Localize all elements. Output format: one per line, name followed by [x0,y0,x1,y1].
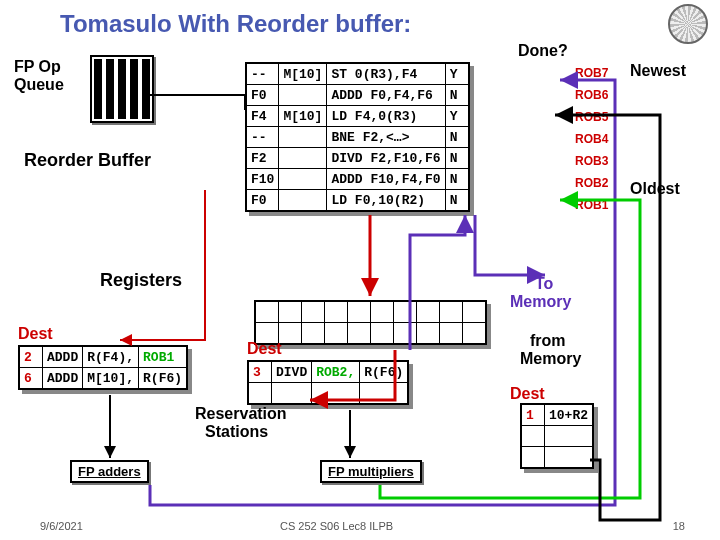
rob-row: --M[10]ST 0(R3),F4Y [246,63,469,85]
to-memory-label-2: Memory [510,293,571,311]
rob-id-column: ROB7 ROB6 ROB5 ROB4 ROB3 ROB2 ROB1 [575,62,608,216]
rob-row: --BNE F2,<…>N [246,127,469,148]
rob-row: F2DIVD F2,F10,F6N [246,148,469,169]
fp-adders-unit: FP adders [70,460,149,483]
dest-mem-label: Dest [510,385,545,403]
fp-op-queue [90,55,154,123]
page-title: Tomasulo With Reorder buffer: [60,10,411,38]
registers-heading: Registers [100,270,182,291]
mult-rs-table: 3DIVDROB2,R(F6) [247,360,409,405]
oldest-label: Oldest [630,180,680,198]
reorder-buffer-heading: Reorder Buffer [24,150,151,171]
reservation-label: Reservation [195,405,287,423]
seal-icon [668,4,708,44]
register-file-table [254,300,487,345]
adders-rs-table: 2ADDDR(F4),ROB1 6ADDDM[10],R(F6) [18,345,188,390]
reorder-buffer-table: --M[10]ST 0(R3),F4Y F0ADDD F0,F4,F6N F4M… [245,62,470,212]
footer-course: CS 252 S06 Lec8 ILPB [280,520,393,532]
newest-label: Newest [630,62,686,80]
done-label: Done? [518,42,568,60]
fp-multipliers-unit: FP multipliers [320,460,422,483]
fp-op-queue-label-2: Queue [14,76,64,94]
rob-row: F0ADDD F0,F4,F6N [246,85,469,106]
mem-rs-table: 110+R2 [520,403,594,469]
rob-row: F0LD F0,10(R2)N [246,190,469,212]
dest-mult-label: Dest [247,340,282,358]
footer-page: 18 [673,520,685,532]
footer-date: 9/6/2021 [40,520,83,532]
rob-row: F10ADDD F10,F4,F0N [246,169,469,190]
fp-op-queue-label-1: FP Op [14,58,61,76]
rob-row: F4M[10]LD F4,0(R3)Y [246,106,469,127]
dest-adders-label: Dest [18,325,53,343]
to-memory-label-1: To [535,275,553,293]
stations-label: Stations [205,423,268,441]
from-memory-label-1: from [530,332,566,350]
from-memory-label-2: Memory [520,350,581,368]
